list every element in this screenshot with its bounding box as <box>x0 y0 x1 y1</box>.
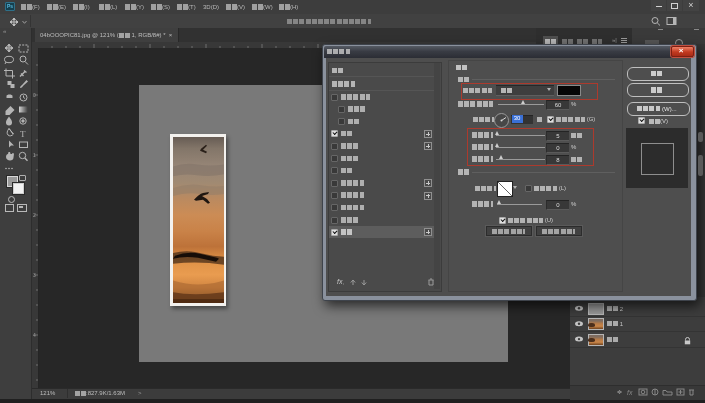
svg-text:fx: fx <box>627 389 633 396</box>
svg-text:T: T <box>20 129 26 139</box>
